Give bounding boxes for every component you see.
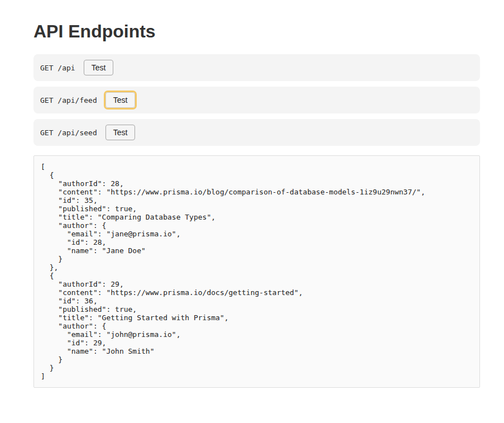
endpoint-row-api: GET /api Test	[33, 54, 480, 81]
endpoint-label-api: GET /api	[40, 64, 75, 72]
test-button-api-feed[interactable]: Test	[105, 92, 136, 108]
endpoint-row-api-seed: GET /api/seed Test	[33, 119, 480, 146]
page-title: API Endpoints	[33, 22, 480, 40]
main-content: API Endpoints GET /api Test GET /api/fee…	[33, 22, 480, 388]
endpoint-label-api-feed: GET /api/feed	[40, 96, 97, 104]
endpoint-label-api-seed: GET /api/seed	[40, 129, 97, 137]
endpoint-row-api-feed: GET /api/feed Test	[33, 87, 480, 113]
test-button-api-seed[interactable]: Test	[105, 125, 136, 140]
test-button-api[interactable]: Test	[84, 60, 114, 75]
response-panel: [ { "authorId": 28, "content": "https://…	[33, 155, 480, 388]
response-json: [ { "authorId": 28, "content": "https://…	[41, 163, 473, 381]
